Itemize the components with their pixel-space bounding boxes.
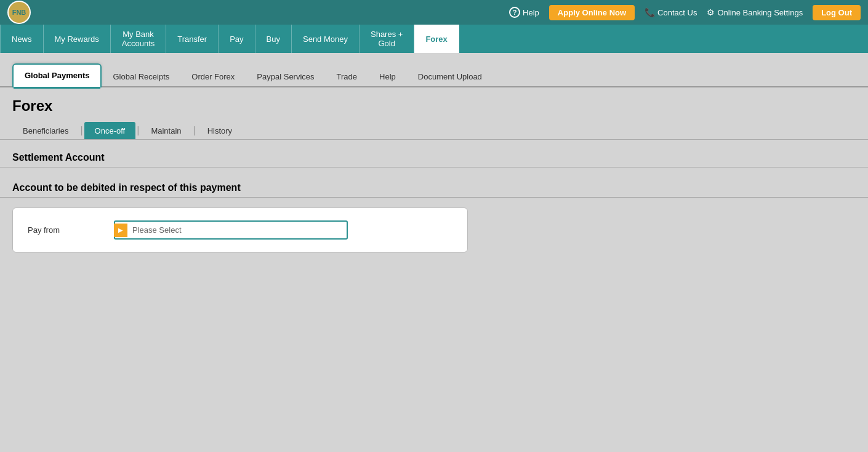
logo-area: FNB — [7, 1, 31, 24]
subnav-help[interactable]: Help — [368, 67, 407, 86]
help-icon: ? — [509, 7, 520, 18]
nav-item-my-rewards[interactable]: My Rewards — [44, 25, 111, 53]
pay-from-label: Pay from — [28, 225, 102, 235]
pay-from-select-wrapper: Please Select — [114, 220, 348, 240]
nav-item-pay[interactable]: Pay — [219, 25, 255, 53]
logo: FNB — [7, 1, 31, 24]
nav-item-shares-gold[interactable]: Shares + Gold — [360, 25, 414, 53]
page-title: Forex — [12, 97, 856, 115]
nav-item-forex[interactable]: Forex — [414, 25, 459, 53]
nav-item-news[interactable]: News — [0, 25, 44, 53]
subnav-order-forex[interactable]: Order Forex — [180, 67, 246, 86]
sub-tabs: Beneficiaries | Once-off | Maintain | Hi… — [0, 115, 868, 140]
tab-beneficiaries[interactable]: Beneficiaries — [12, 122, 79, 139]
content: Global Payments Global Receipts Order Fo… — [0, 53, 868, 452]
top-bar-right: ? Help Apply Online Now 📞 Contact Us ⚙ O… — [509, 5, 861, 20]
contact-label: Contact Us — [657, 8, 697, 17]
nav-item-send-money[interactable]: Send Money — [292, 25, 360, 53]
main-nav: News My Rewards My Bank Accounts Transfe… — [0, 25, 868, 53]
page-heading: Forex — [0, 87, 868, 115]
form-area: Pay from Please Select — [12, 208, 468, 252]
tab-history[interactable]: History — [197, 122, 243, 139]
apply-online-button[interactable]: Apply Online Now — [549, 5, 635, 20]
tab-separator-2: | — [135, 125, 140, 136]
debit-section-title: Account to be debited in respect of this… — [0, 167, 868, 198]
logo-text: FNB — [12, 9, 26, 16]
tab-separator-1: | — [79, 125, 84, 136]
pay-from-row: Pay from Please Select — [28, 220, 452, 240]
subnav-global-receipts[interactable]: Global Receipts — [102, 67, 180, 86]
gear-icon: ⚙ — [707, 7, 715, 17]
phone-icon: 📞 — [645, 7, 655, 17]
help-link[interactable]: ? Help — [509, 7, 539, 18]
logout-button[interactable]: Log Out — [813, 5, 861, 20]
settings-label: Online Banking Settings — [717, 8, 803, 17]
subnav-paypal-services[interactable]: Paypal Services — [246, 67, 325, 86]
nav-item-my-bank-accounts[interactable]: My Bank Accounts — [111, 25, 166, 53]
select-arrow-icon — [114, 224, 127, 237]
pay-from-select[interactable]: Please Select — [114, 220, 348, 240]
subnav-global-payments[interactable]: Global Payments — [12, 63, 102, 87]
help-label: Help — [523, 8, 539, 17]
tab-maintain[interactable]: Maintain — [140, 122, 191, 139]
logo-inner: FNB — [9, 2, 30, 23]
subnav-trade[interactable]: Trade — [326, 67, 368, 86]
nav-item-transfer[interactable]: Transfer — [166, 25, 219, 53]
forex-subnav: Global Payments Global Receipts Order Fo… — [0, 53, 868, 87]
tab-once-off[interactable]: Once-off — [84, 122, 136, 139]
settings-link[interactable]: ⚙ Online Banking Settings — [707, 7, 803, 17]
nav-item-buy[interactable]: Buy — [255, 25, 292, 53]
settlement-account-title: Settlement Account — [0, 140, 868, 167]
contact-link[interactable]: 📞 Contact Us — [645, 7, 697, 17]
tab-separator-3: | — [192, 125, 197, 136]
subnav-document-upload[interactable]: Document Upload — [407, 67, 493, 86]
top-bar: FNB ? Help Apply Online Now 📞 Contact Us… — [0, 0, 868, 25]
